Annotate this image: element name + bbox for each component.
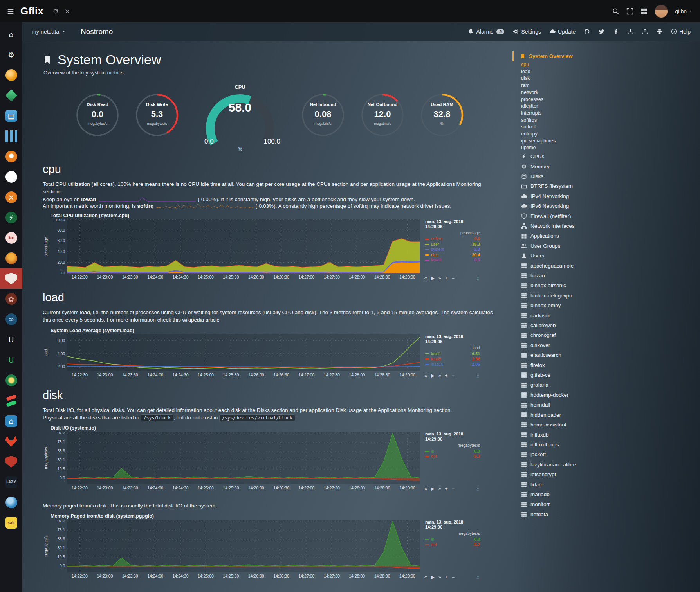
export-icon[interactable] bbox=[642, 29, 648, 34]
server-dropdown[interactable]: my-netdata bbox=[32, 29, 66, 35]
menu-item-gitlab-ce[interactable]: gitlab-ce bbox=[521, 370, 700, 380]
chart-plot-pgpgio[interactable]: 97.778.158.639.119.50.0 bbox=[49, 520, 421, 573]
legend-in[interactable]: in0.0 bbox=[425, 537, 480, 542]
legend-user[interactable]: user35.3 bbox=[425, 242, 480, 247]
wikipedia-link[interactable]: wikipedia article bbox=[182, 317, 219, 323]
gauge-disk-write[interactable]: Disk Write5.3megabytes/s bbox=[134, 92, 180, 138]
sidebar-app-app-u-white-icon[interactable]: U bbox=[0, 329, 22, 350]
menu-item-elasticsearch[interactable]: elasticsearch bbox=[521, 350, 700, 360]
menu-sub-disk[interactable]: disk bbox=[521, 75, 700, 82]
menu-item-netdata[interactable]: netdata bbox=[521, 509, 700, 519]
menu-item-firewall-netfilter-[interactable]: Firewall (netfilter) bbox=[521, 211, 700, 221]
chart-zoom-out-button[interactable]: − bbox=[452, 373, 455, 378]
sidebar-app-app-stack-icon[interactable]: ▤ bbox=[0, 106, 22, 126]
chart-zoom-in-button[interactable]: + bbox=[445, 486, 448, 491]
import-icon[interactable] bbox=[628, 29, 633, 34]
chart-resize-handle[interactable]: ↕ bbox=[477, 486, 480, 491]
menu-item-memory[interactable]: Memory bbox=[521, 162, 700, 171]
legend-load1[interactable]: load16.51 bbox=[425, 351, 480, 357]
legend-in[interactable]: in0.0 bbox=[425, 449, 480, 454]
menu-item-binhex-delugevpn[interactable]: binhex-delugevpn bbox=[521, 291, 700, 300]
menu-item-letsencrypt[interactable]: letsencrypt bbox=[521, 470, 700, 479]
gauge-net-outbound[interactable]: Net Outbound12.0megabits/s bbox=[359, 92, 406, 138]
sidebar-app-home-assistant-icon[interactable]: ⌂ bbox=[0, 411, 22, 431]
sidebar-app-airsonic-icon[interactable] bbox=[0, 126, 22, 146]
menu-item-jackett[interactable]: jackett bbox=[521, 450, 700, 459]
sidebar-app-app-avocado-icon[interactable] bbox=[0, 370, 22, 390]
sidebar-app-app-pills-icon[interactable] bbox=[0, 390, 22, 411]
chart-zoom-out-button[interactable]: − bbox=[452, 486, 455, 491]
menu-sub-processes[interactable]: processes bbox=[521, 96, 700, 103]
chart-plot-cpu[interactable]: 100.080.060.040.020.00.0 bbox=[49, 219, 421, 274]
sidebar-app-lazylibrarian-icon[interactable]: LAZY bbox=[0, 472, 22, 492]
legend-load5[interactable]: load52.68 bbox=[425, 356, 480, 362]
chart-zoom-out-button[interactable]: − bbox=[452, 276, 455, 281]
sidebar-app-app-shield-selected-icon[interactable] bbox=[0, 268, 22, 289]
menu-item-lidarr[interactable]: lidarr bbox=[521, 480, 700, 489]
sidebar-app-app-u-green-icon[interactable]: U bbox=[0, 350, 22, 370]
settings-button[interactable]: Settings bbox=[513, 29, 541, 35]
menu-sub-uptime[interactable]: uptime bbox=[521, 144, 700, 151]
legend-load15[interactable]: load152.06 bbox=[425, 362, 480, 367]
gauge-used-ram[interactable]: Used RAM32.8% bbox=[419, 92, 465, 138]
menu-item-users[interactable]: Users bbox=[521, 251, 700, 261]
print-icon[interactable] bbox=[657, 29, 662, 34]
sidebar-app-app-bolt-green-icon[interactable]: ⚡ bbox=[0, 207, 22, 228]
sidebar-app-app-search-icon[interactable] bbox=[0, 146, 22, 167]
legend-nice[interactable]: nice20.4 bbox=[425, 252, 480, 258]
menu-item-cpus[interactable]: CPUs bbox=[521, 151, 700, 161]
menu-item-bazarr[interactable]: bazarr bbox=[521, 271, 700, 281]
chart-play-button[interactable]: ▶ bbox=[431, 575, 435, 579]
user-menu[interactable]: gilbn bbox=[675, 8, 693, 14]
twitter-icon[interactable] bbox=[599, 29, 604, 34]
chart-pan-right-button[interactable]: » bbox=[438, 373, 441, 378]
menu-item-influxdb[interactable]: influxdb bbox=[521, 430, 700, 440]
sidebar-app-app-flower-icon[interactable]: ✿ bbox=[0, 289, 22, 309]
gauge-cpu[interactable]: CPU58.00.0100.0% bbox=[197, 84, 283, 152]
legend-iowait[interactable]: iowait0.0 bbox=[425, 257, 480, 263]
menu-item-binhex-emby[interactable]: binhex-emby bbox=[521, 300, 700, 310]
sidebar-app-organizr-icon[interactable] bbox=[0, 65, 22, 85]
menu-sub-cpu[interactable]: cpu bbox=[521, 61, 700, 68]
chart-pan-right-button[interactable]: » bbox=[438, 575, 441, 579]
chart-pan-right-button[interactable]: » bbox=[438, 486, 441, 491]
hamburger-menu-icon[interactable] bbox=[7, 8, 14, 15]
apps-grid-icon[interactable] bbox=[640, 8, 648, 15]
menu-item-binhex-airsonic[interactable]: binhex-airsonic bbox=[521, 281, 700, 290]
chart-play-button[interactable]: ▶ bbox=[431, 486, 435, 491]
menu-item-diskover[interactable]: diskover bbox=[521, 340, 700, 350]
menu-item-lazylibrarian-calibre[interactable]: lazylibrarian-calibre bbox=[521, 460, 700, 470]
facebook-icon[interactable] bbox=[613, 29, 619, 34]
menu-item-firefox[interactable]: firefox bbox=[521, 360, 700, 370]
menu-sub-softnet[interactable]: softnet bbox=[521, 124, 700, 131]
avatar[interactable] bbox=[655, 5, 668, 18]
sidebar-app-settings-icon[interactable]: ⚙ bbox=[0, 45, 22, 65]
sidebar-app-app-gem-icon[interactable] bbox=[0, 85, 22, 106]
chart-pan-left-button[interactable]: « bbox=[424, 486, 427, 491]
menu-item-hddtemp-docker[interactable]: hddtemp-docker bbox=[521, 390, 700, 400]
menu-item-ipv6-networking[interactable]: IPv6 Networking bbox=[521, 201, 700, 211]
menu-item-disks[interactable]: Disks bbox=[521, 171, 700, 181]
gauge-net-inbound[interactable]: Net Inbound0.08megabits/s bbox=[300, 92, 346, 138]
legend-out[interactable]: out-5.3 bbox=[425, 454, 480, 459]
chart-pan-right-button[interactable]: » bbox=[438, 276, 441, 281]
menu-item-hiddenloader[interactable]: hiddenloader bbox=[521, 410, 700, 420]
menu-item-heimdall[interactable]: heimdall bbox=[521, 400, 700, 410]
chart-zoom-in-button[interactable]: + bbox=[445, 276, 448, 281]
sidebar-app-app-scissors-icon[interactable]: ✂ bbox=[0, 228, 22, 248]
chart-resize-handle[interactable]: ↕ bbox=[477, 373, 480, 378]
brand-logo[interactable]: Gflix bbox=[20, 5, 43, 17]
sidebar-app-gitlab-icon[interactable] bbox=[0, 431, 22, 452]
chart-pan-left-button[interactable]: « bbox=[424, 373, 427, 378]
alarms-button[interactable]: Alarms 2 bbox=[468, 29, 504, 35]
menu-item-applications[interactable]: Applications bbox=[521, 231, 700, 241]
update-button[interactable]: Update bbox=[550, 29, 576, 35]
menu-item-ipv4-networking[interactable]: IPv4 Networking bbox=[521, 191, 700, 201]
sidebar-app-app-bug-orange-icon[interactable] bbox=[0, 248, 22, 268]
fullscreen-icon[interactable] bbox=[626, 8, 633, 15]
menu-sub-load[interactable]: load bbox=[521, 68, 700, 76]
menu-item-influxdb-ups[interactable]: influxdb-ups bbox=[521, 440, 700, 450]
gauge-disk-read[interactable]: Disk Read0.0megabytes/s bbox=[74, 92, 121, 138]
sidebar-app-nextcloud-icon[interactable]: ∞ bbox=[0, 309, 22, 329]
legend-system[interactable]: system2.3 bbox=[425, 247, 480, 252]
